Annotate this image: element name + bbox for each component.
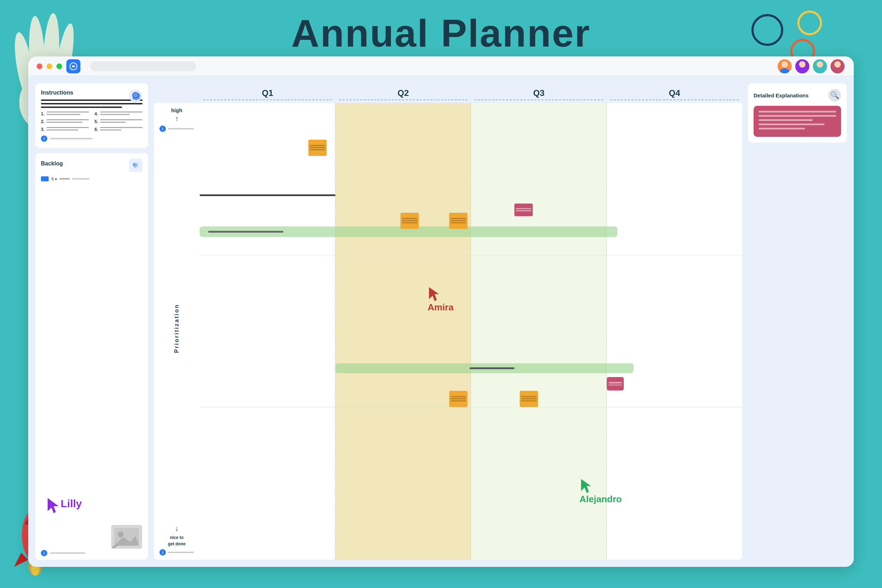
planner-body: high ↑ i Prioritization ↓ xyxy=(154,103,742,560)
cell-1-4 xyxy=(607,103,742,255)
amira-cursor: Amira xyxy=(428,286,454,313)
avatar-4 xyxy=(830,58,845,74)
instructions-title: Instructions xyxy=(41,90,142,96)
sticky-1 xyxy=(308,140,327,156)
backlog-card: Backlog xyxy=(35,153,148,560)
cell-3-1 xyxy=(200,407,336,560)
svg-point-21 xyxy=(834,61,841,68)
q2-label: Q2 xyxy=(336,88,471,98)
browser-avatars xyxy=(777,58,845,74)
alejandro-name: Alejandro xyxy=(580,494,622,505)
sticky-4 xyxy=(449,391,468,407)
svg-marker-10 xyxy=(14,553,28,567)
numbered-list: 1. 4. 2. xyxy=(41,111,142,132)
planner-main: Q1 Q2 Q3 Q4 high ↑ xyxy=(154,83,742,560)
svg-point-18 xyxy=(798,68,807,74)
svg-point-15 xyxy=(782,61,788,68)
brain-icon xyxy=(128,88,143,104)
y-axis: high ↑ i Prioritization ↓ xyxy=(154,103,200,560)
instructions-info-bar: i xyxy=(41,135,142,142)
svg-point-33 xyxy=(118,532,123,537)
amira-name: Amira xyxy=(428,302,454,313)
browser-window: Instructions xyxy=(28,56,854,567)
browser-toolbar xyxy=(28,56,854,76)
y-low: nice toget done xyxy=(168,534,186,547)
cell-2-4 xyxy=(607,255,742,408)
lilly-name: Lilly xyxy=(61,498,82,510)
cell-3-4 xyxy=(607,407,742,560)
svg-marker-29 xyxy=(48,498,58,513)
browser-dot-yellow xyxy=(46,63,52,69)
yellow-zone xyxy=(336,103,471,560)
checklist-icon xyxy=(129,159,142,172)
avatar-1 xyxy=(777,58,792,74)
backlog-title: Backlog xyxy=(41,160,63,167)
sticky-5 xyxy=(520,391,538,407)
avatar-3 xyxy=(812,58,828,74)
search-icon[interactable]: 🔍 xyxy=(828,89,841,102)
q4-label: Q4 xyxy=(607,88,742,98)
q3-label: Q3 xyxy=(471,88,607,98)
cell-2-3 xyxy=(471,255,607,408)
q1-label: Q1 xyxy=(200,88,336,98)
pink-content-card xyxy=(754,106,841,137)
task-bar-row2 xyxy=(336,363,634,373)
svg-point-16 xyxy=(780,68,789,74)
detailed-explanations-card: Detailed Explanations 🔍 xyxy=(748,83,847,142)
avatar-2 xyxy=(795,58,810,74)
image-placeholder xyxy=(111,525,142,549)
page-title: Annual Planner xyxy=(291,10,591,56)
sticky-3 xyxy=(449,213,468,229)
y-high: high ↑ xyxy=(171,107,182,123)
browser-dot-red xyxy=(37,63,42,69)
lilly-cursor: Lilly xyxy=(46,495,82,514)
task-bar-line-1 xyxy=(200,194,336,196)
browser-content: Instructions xyxy=(28,76,854,567)
grid-lines xyxy=(200,103,742,560)
backlog-item-1: 5 ● xyxy=(41,176,142,181)
quarter-dividers xyxy=(154,98,742,103)
instructions-card: Instructions xyxy=(35,83,148,148)
browser-dot-green xyxy=(57,63,62,69)
planner-grid: Amira Alejandro xyxy=(200,103,742,560)
pink-card-q4 xyxy=(607,377,624,390)
svg-point-19 xyxy=(817,61,823,68)
right-panel: Detailed Explanations 🔍 xyxy=(748,83,847,560)
backlog-info-bar: i xyxy=(41,550,86,556)
quarters-header: Q1 Q2 Q3 Q4 xyxy=(154,83,742,98)
cell-2-1 xyxy=(200,255,336,408)
y-mid-label: Prioritization xyxy=(174,135,180,521)
svg-point-20 xyxy=(815,68,824,74)
svg-point-22 xyxy=(833,68,842,74)
sticky-2 xyxy=(400,213,419,229)
svg-marker-36 xyxy=(429,287,439,301)
instructions-lines xyxy=(41,99,142,108)
browser-logo xyxy=(66,59,81,74)
left-panel: Instructions xyxy=(35,83,148,560)
svg-marker-37 xyxy=(581,479,591,493)
sticky-pink-1 xyxy=(514,204,533,216)
detailed-title: Detailed Explanations xyxy=(754,92,808,98)
circle-yellow xyxy=(797,10,822,35)
circle-blue xyxy=(752,14,783,46)
address-bar[interactable] xyxy=(90,62,196,71)
alejandro-cursor: Alejandro xyxy=(580,478,622,505)
svg-point-17 xyxy=(799,61,806,68)
